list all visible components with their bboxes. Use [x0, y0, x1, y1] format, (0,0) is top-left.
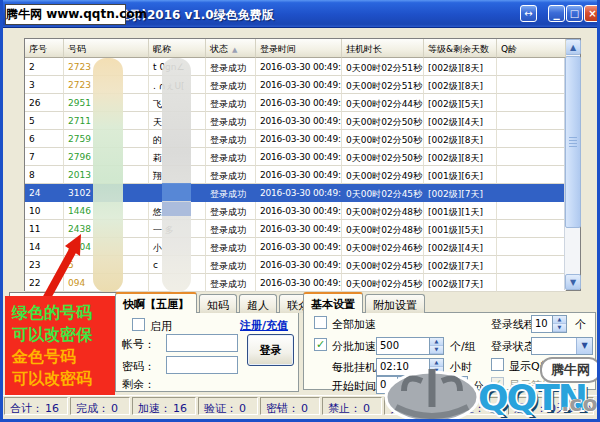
spin-down-icon[interactable]: ▼ — [398, 385, 411, 393]
register-recharge-link[interactable]: 注册/充值 — [240, 318, 288, 333]
settings-panel: 全部加速 ✓ 分批加速 500 ▲▼ 个/组 每批挂机 02:10 ▲▼ 小时 … — [303, 312, 596, 390]
captcha-login-button[interactable]: 登录 — [247, 334, 294, 366]
column-header-2[interactable]: 号码 — [64, 39, 149, 58]
spin-up-icon[interactable]: ▲ — [430, 359, 443, 367]
cell-duration: 0天00时02分51秒 — [342, 76, 424, 94]
status-segment-8: 线程：0 — [446, 397, 506, 415]
spin-down-icon[interactable]: ▼ — [553, 324, 566, 332]
status-segment-1: 合计：16 — [4, 397, 68, 415]
column-header-5[interactable]: 登录时间 — [256, 39, 342, 58]
cell-seq: 22 — [25, 274, 64, 292]
spin-up-icon[interactable]: ▲ — [454, 377, 467, 385]
cell-qage — [497, 58, 566, 76]
cell-qage — [497, 76, 566, 94]
cell-seq: 14 — [25, 238, 64, 256]
show-level-checkbox[interactable]: ✓ — [491, 377, 504, 390]
cell-qage — [497, 112, 566, 130]
cell-level: [001级][6天] — [424, 166, 497, 184]
spin-up-icon[interactable]: ▲ — [398, 377, 411, 385]
threads-stepper[interactable]: 10 ▲▼ — [531, 315, 567, 333]
batch-speed-label: 分批加速 — [332, 339, 376, 354]
cell-level: [002级][5天] — [424, 94, 497, 112]
spin-up-icon[interactable]: ▲ — [553, 316, 566, 324]
maximize-button[interactable]: □ — [566, 5, 583, 22]
all-speed-checkbox[interactable] — [314, 316, 327, 329]
settings-tabs: 基本设置附加设置 — [303, 292, 427, 313]
cell-time: 2016-03-30 00:49:17 — [256, 130, 342, 148]
spin-down-icon[interactable]: ▼ — [430, 346, 443, 354]
captcha-tab-2[interactable]: 知码 — [199, 294, 237, 313]
account-input[interactable] — [166, 334, 238, 352]
cell-status: 登录成功 — [206, 130, 256, 148]
scroll-down-icon[interactable]: ▼ — [565, 274, 581, 290]
threads-unit-label: 个 — [575, 317, 586, 332]
vertical-scrollbar[interactable]: ▲ ▼ — [564, 39, 580, 290]
status-segment-3: 加速：16 — [132, 397, 196, 415]
cell-duration: 0天00时02分45秒 — [342, 274, 424, 292]
cell-status: 登录成功 — [206, 202, 256, 220]
cell-status: 登录成功 — [206, 112, 256, 130]
account-label: 帐号： — [122, 337, 155, 352]
cell-seq: 24 — [25, 184, 64, 202]
cell-time: 2016-03-30 00:49:23 — [256, 94, 342, 112]
hang-time-stepper[interactable]: 02:10 ▲▼ — [376, 358, 444, 376]
spin-down-icon[interactable]: ▼ — [430, 367, 443, 375]
column-header-4[interactable]: 状态▲ — [206, 39, 256, 58]
show-qage-label: 显示Q龄 — [509, 359, 551, 374]
cell-duration: 0天00时02分48秒 — [342, 220, 424, 238]
start-time-label: 开始时间 — [332, 379, 376, 394]
column-header-1[interactable]: 序号 — [25, 39, 64, 58]
start-minute-stepper[interactable]: 30 ▲▼ — [432, 376, 468, 394]
cell-duration: 0天00时02分50秒 — [342, 112, 424, 130]
batch-size-stepper[interactable]: 500 ▲▼ — [376, 337, 444, 355]
annotation-line: 绿色的号码 — [12, 302, 115, 324]
captcha-tab-1[interactable]: 快啊【五厘】 — [115, 292, 197, 313]
settings-tab-1[interactable]: 基本设置 — [303, 292, 363, 313]
start-hour-stepper[interactable]: 0 ▲▼ — [376, 376, 412, 394]
cell-status: 登录成功 — [206, 148, 256, 166]
captcha-panel: 启用 注册/充值 帐号： 登录 密码： 剩余： — [115, 312, 299, 392]
chevron-down-icon[interactable]: ▼ — [576, 338, 592, 354]
cell-status: 登录成功 — [206, 220, 256, 238]
scrollbar-thumb[interactable] — [565, 56, 581, 228]
cell-level: [002级][8天] — [424, 58, 497, 76]
scroll-up-icon[interactable]: ▲ — [565, 39, 581, 55]
cell-time: 2016-03-30 00:49:17 — [256, 148, 342, 166]
settings-tab-2[interactable]: 附加设置 — [365, 294, 425, 313]
login-status-select[interactable]: ▼ — [531, 337, 593, 355]
status-segment-4: 验证：0 — [198, 397, 258, 415]
spin-up-icon[interactable]: ▲ — [430, 338, 443, 346]
column-header-7[interactable]: 等级&剩余天数 — [424, 39, 497, 58]
cell-duration: 0天00时02分48秒 — [342, 202, 424, 220]
password-input[interactable] — [166, 356, 238, 374]
swap-window-button[interactable]: ↔ — [520, 5, 537, 22]
captcha-tab-3[interactable]: 超人 — [239, 294, 277, 313]
column-header-3[interactable]: 昵称 — [149, 39, 206, 58]
enable-checkbox[interactable] — [132, 318, 145, 331]
sort-arrow-icon: ▲ — [232, 46, 237, 54]
column-header-6[interactable]: 挂机时长 — [342, 39, 424, 58]
batch-speed-checkbox[interactable]: ✓ — [314, 338, 327, 351]
cell-qage — [497, 238, 566, 256]
cell-time: 2016-03-30 00:49:22 — [256, 274, 342, 292]
cell-qage — [497, 274, 566, 292]
spin-down-icon[interactable]: ▼ — [454, 385, 467, 393]
show-qage-checkbox[interactable] — [491, 358, 504, 371]
cell-seq: 2 — [25, 58, 64, 76]
cell-status: 登录成功 — [206, 274, 256, 292]
cell-level: [002级][8天] — [424, 76, 497, 94]
cell-duration: 0天00时02分50秒 — [342, 130, 424, 148]
censor-strip-segment2 — [162, 202, 191, 216]
cell-duration: 0天00时02分49秒 — [342, 166, 424, 184]
hour-unit-label: 时 — [417, 379, 428, 394]
column-header-8[interactable]: Q龄 — [497, 39, 566, 58]
cell-qage — [497, 202, 566, 220]
minimize-button[interactable]: ▁ — [548, 5, 565, 22]
cell-status: 登录成功 — [206, 94, 256, 112]
cell-seq: 26 — [25, 94, 64, 112]
cell-duration: 0天00时02分46秒 — [342, 238, 424, 256]
cell-seq: 23 — [25, 256, 64, 274]
close-button[interactable]: × — [584, 5, 600, 22]
qqtn-watermark-top: 腾牛网 www.qqtn.com — [5, 4, 126, 25]
cell-seq: 8 — [25, 166, 64, 184]
